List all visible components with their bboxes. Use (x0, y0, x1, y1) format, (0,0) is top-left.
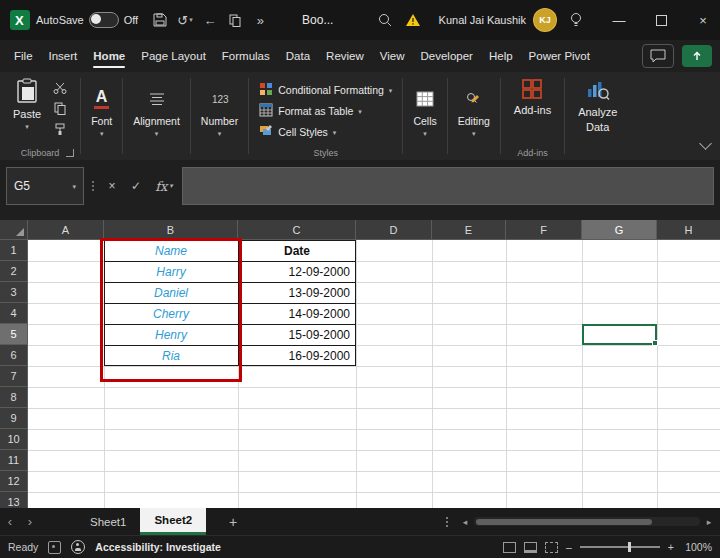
row-header-7[interactable]: 7 (0, 366, 28, 387)
excel-logo-icon[interactable]: X (10, 8, 30, 32)
font-group[interactable]: A Font ▾ (83, 72, 120, 160)
cell-C6[interactable]: 16-09-2000 (238, 345, 356, 366)
cell-styles-button[interactable]: Cell Styles ▾ (259, 124, 392, 140)
column-header-E[interactable]: E (432, 220, 506, 240)
cell-C2[interactable]: 12-09-2000 (238, 261, 356, 282)
tab-bar-menu-icon[interactable] (446, 517, 448, 527)
cell-C1[interactable]: Date (238, 240, 356, 261)
close-button[interactable]: × (686, 0, 720, 40)
cut-button[interactable] (48, 79, 72, 96)
row-header-9[interactable]: 9 (0, 408, 28, 429)
cell-C5[interactable]: 15-09-2000 (238, 324, 356, 345)
conditional-formatting-button[interactable]: Conditional Formatting ▾ (259, 82, 392, 98)
collapse-ribbon-icon[interactable] (699, 137, 712, 150)
workbook-title[interactable]: Boo... (302, 13, 333, 27)
formula-bar-handle-icon[interactable] (88, 167, 98, 205)
formula-input[interactable] (182, 167, 714, 205)
cell-C3[interactable]: 13-09-2000 (238, 282, 356, 303)
back-arrow-icon[interactable]: ← (201, 8, 220, 32)
selected-cell-G5[interactable] (582, 324, 657, 345)
accessibility-status[interactable]: Accessibility: Investigate (95, 541, 220, 553)
add-sheet-button[interactable]: + (222, 511, 244, 533)
format-painter-button[interactable] (48, 121, 72, 138)
maximize-button[interactable] (644, 0, 678, 40)
zoom-slider-thumb[interactable] (628, 542, 631, 552)
menu-tab-formulas[interactable]: Formulas (214, 40, 278, 72)
minimize-button[interactable]: — (602, 0, 636, 40)
warning-icon[interactable] (401, 8, 425, 32)
menu-tab-review[interactable]: Review (318, 40, 372, 72)
share-button[interactable] (682, 45, 712, 67)
horizontal-scrollbar[interactable]: ◂ ▸ (458, 517, 716, 527)
cell-B3[interactable]: Daniel (104, 282, 238, 303)
comments-button[interactable] (642, 44, 674, 68)
zoom-out-icon[interactable]: – (566, 541, 572, 553)
zoom-in-icon[interactable]: + (668, 541, 674, 553)
clipboard-icon[interactable] (226, 8, 245, 32)
row-header-5[interactable]: 5 (0, 324, 28, 345)
cancel-icon[interactable]: × (102, 167, 122, 205)
select-all-corner[interactable] (0, 220, 28, 240)
macro-record-icon[interactable] (48, 541, 61, 554)
scroll-right-icon[interactable]: ▸ (702, 517, 716, 527)
editing-group[interactable]: Editing ▾ (450, 72, 498, 160)
enter-icon[interactable]: ✓ (126, 167, 146, 205)
fill-handle[interactable] (652, 340, 658, 346)
zoom-level[interactable]: 100% (682, 541, 712, 553)
avatar[interactable]: KJ (534, 9, 556, 31)
cell-B5[interactable]: Henry (104, 324, 238, 345)
sheet-grid[interactable]: ABCDEFGH12345678910111213NameDateHarry12… (0, 220, 720, 508)
number-group[interactable]: 123 Number ▾ (193, 72, 246, 160)
normal-view-icon[interactable] (503, 542, 516, 553)
paste-button[interactable]: Paste ▾ (8, 76, 46, 132)
alignment-group[interactable]: Alignment ▾ (125, 72, 188, 160)
addins-button[interactable]: Add-ins (509, 76, 556, 119)
column-header-D[interactable]: D (356, 220, 432, 240)
clipboard-dialog-launcher-icon[interactable] (66, 149, 74, 157)
row-header-3[interactable]: 3 (0, 282, 28, 303)
menu-tab-page-layout[interactable]: Page Layout (133, 40, 214, 72)
lightbulb-icon[interactable] (564, 8, 588, 32)
user-name[interactable]: Kunal Jai Kaushik (439, 14, 526, 26)
autosave-toggle[interactable]: AutoSave Off (36, 12, 138, 28)
name-box[interactable]: G5 ▾ (6, 167, 84, 205)
cells-group[interactable]: Cells ▾ (405, 72, 444, 160)
scrollbar-track[interactable] (474, 517, 700, 526)
menu-tab-view[interactable]: View (372, 40, 413, 72)
page-break-view-icon[interactable] (545, 542, 558, 553)
format-as-table-button[interactable]: Format as Table ▾ (259, 103, 392, 119)
cell-B6[interactable]: Ria (104, 345, 238, 366)
row-header-13[interactable]: 13 (0, 492, 28, 508)
autosave-switch-icon[interactable] (89, 12, 119, 28)
search-icon[interactable] (375, 8, 394, 32)
row-header-2[interactable]: 2 (0, 261, 28, 282)
column-header-G[interactable]: G (582, 220, 657, 240)
row-header-8[interactable]: 8 (0, 387, 28, 408)
column-header-H[interactable]: H (657, 220, 720, 240)
sheet-tab-sheet2[interactable]: Sheet2 (140, 508, 206, 535)
sheet-nav-left-icon[interactable]: ‹ (0, 508, 20, 535)
row-header-6[interactable]: 6 (0, 345, 28, 366)
menu-tab-data[interactable]: Data (278, 40, 318, 72)
cell-C4[interactable]: 14-09-2000 (238, 303, 356, 324)
insert-function-button[interactable]: fx ▾ (150, 167, 178, 205)
page-layout-view-icon[interactable] (524, 542, 537, 553)
save-icon[interactable] (150, 8, 169, 32)
menu-tab-home[interactable]: Home (85, 40, 133, 72)
row-header-12[interactable]: 12 (0, 471, 28, 492)
row-header-4[interactable]: 4 (0, 303, 28, 324)
row-header-1[interactable]: 1 (0, 240, 28, 261)
column-header-B[interactable]: B (104, 220, 238, 240)
undo-icon[interactable]: ↺▾ (175, 8, 194, 32)
menu-tab-file[interactable]: File (6, 40, 41, 72)
analyze-data-button[interactable]: Analyze Data (573, 76, 622, 135)
menu-tab-insert[interactable]: Insert (41, 40, 86, 72)
column-header-A[interactable]: A (28, 220, 104, 240)
scrollbar-thumb[interactable] (476, 519, 652, 525)
menu-tab-help[interactable]: Help (481, 40, 521, 72)
menu-tab-power-pivot[interactable]: Power Pivot (521, 40, 598, 72)
scroll-left-icon[interactable]: ◂ (458, 517, 472, 527)
cell-B1[interactable]: Name (104, 240, 238, 261)
column-header-C[interactable]: C (238, 220, 356, 240)
copy-button[interactable] (48, 100, 72, 117)
